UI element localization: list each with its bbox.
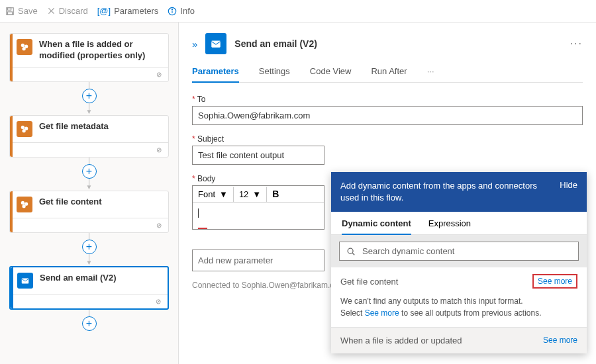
to-input[interactable] (192, 106, 583, 125)
body-textarea[interactable] (193, 203, 324, 229)
link-icon: ⊘ (156, 222, 162, 229)
action-card-metadata[interactable]: Get file metadata ⊘ (9, 115, 169, 158)
font-select[interactable]: Font▼ (193, 187, 234, 202)
subject-label: * Subject (192, 134, 324, 144)
action-title: Send an email (V2) (40, 273, 117, 284)
svg-point-8 (21, 44, 25, 47)
sharepoint-icon (17, 197, 32, 212)
add-step-button[interactable]: + (82, 89, 97, 103)
link-icon: ⊘ (156, 71, 162, 78)
popup-tabs: Dynamic content Expression (331, 212, 587, 235)
tab-codeview[interactable]: Code View (310, 66, 352, 82)
save-button[interactable]: Save (5, 6, 38, 16)
tab-expression[interactable]: Expression (428, 218, 471, 234)
search-dynamic-content[interactable]: Search dynamic content (339, 242, 579, 261)
flow-canvas: When a file is added or modified (proper… (0, 23, 179, 364)
connector: + ▼ (9, 158, 169, 191)
popup-info-text: We can't find any outputs to match this … (331, 295, 587, 328)
see-more-link[interactable]: See more (532, 274, 577, 289)
more-menu[interactable]: ··· (570, 38, 583, 50)
search-icon (346, 247, 356, 256)
collapse-button[interactable]: » (192, 38, 197, 50)
rte-toolbar: Font▼ 12▼ B (193, 186, 324, 203)
svg-point-10 (23, 47, 26, 50)
section-when-file-added: When a file is added or updated See more (331, 328, 587, 353)
bold-button[interactable]: B (267, 186, 284, 202)
dynamic-content-popup: Add dynamic content from the apps and co… (331, 172, 587, 353)
action-card-email[interactable]: Send an email (V2) ⊘ (9, 266, 169, 310)
discard-button[interactable]: Discard (47, 6, 88, 16)
panel-title: Send an email (V2) (234, 38, 317, 49)
outlook-icon (17, 273, 33, 289)
svg-point-16 (23, 205, 26, 208)
tab-settings[interactable]: Settings (259, 66, 290, 82)
add-parameter-dropdown[interactable]: Add new parameter (192, 250, 324, 271)
info-button[interactable]: Info (168, 6, 195, 16)
tab-dynamic-content[interactable]: Dynamic content (342, 218, 411, 235)
subject-input[interactable] (192, 146, 324, 165)
parameters-icon: [@] (97, 6, 111, 16)
connector: + ▼ (9, 82, 169, 115)
svg-line-20 (352, 253, 354, 255)
panel-tabs: Parameters Settings Code View Run After … (192, 66, 583, 83)
body-editor[interactable]: Font▼ 12▼ B (192, 185, 324, 230)
hide-button[interactable]: Hide (560, 180, 577, 204)
svg-rect-1 (8, 7, 11, 10)
trigger-title: When a file is added or modified (proper… (39, 39, 162, 62)
parameters-button[interactable]: [@] Parameters (97, 6, 159, 16)
tab-more[interactable]: ··· (427, 66, 434, 82)
link-icon: ⊘ (156, 298, 161, 305)
svg-point-11 (21, 126, 25, 129)
font-size-select[interactable]: 12▼ (234, 187, 267, 202)
link-icon: ⊘ (156, 146, 162, 154)
svg-rect-2 (8, 11, 13, 14)
outlook-icon (205, 33, 226, 54)
info-icon (168, 7, 177, 16)
add-step-button[interactable]: + (82, 316, 97, 331)
sharepoint-icon (17, 39, 32, 55)
tab-parameters[interactable]: Parameters (192, 66, 239, 83)
see-more-inline-link[interactable]: See more (365, 308, 399, 318)
to-label: * To (192, 95, 583, 104)
popup-banner: Add dynamic content from the apps and co… (331, 172, 587, 212)
connector: + (9, 310, 169, 331)
save-icon (5, 7, 15, 16)
action-card-content[interactable]: Get file content ⊘ (9, 191, 169, 233)
svg-point-13 (23, 129, 26, 132)
add-step-button[interactable]: + (82, 164, 97, 179)
trigger-card[interactable]: When a file is added or modified (proper… (9, 33, 169, 82)
svg-point-7 (172, 9, 173, 9)
toolbar: Save Discard [@] Parameters Info (0, 0, 596, 23)
sharepoint-icon (17, 121, 32, 137)
see-more-link[interactable]: See more (543, 336, 577, 345)
svg-point-14 (21, 201, 25, 205)
action-title: Get file content (39, 197, 102, 208)
close-icon (47, 7, 56, 15)
section-get-file-content: Get file content See more (331, 267, 587, 295)
svg-point-19 (348, 248, 353, 253)
add-step-button[interactable]: + (82, 240, 97, 254)
connector: + ▼ (9, 233, 169, 266)
action-title: Get file metadata (39, 121, 109, 132)
tab-runafter[interactable]: Run After (371, 66, 407, 82)
